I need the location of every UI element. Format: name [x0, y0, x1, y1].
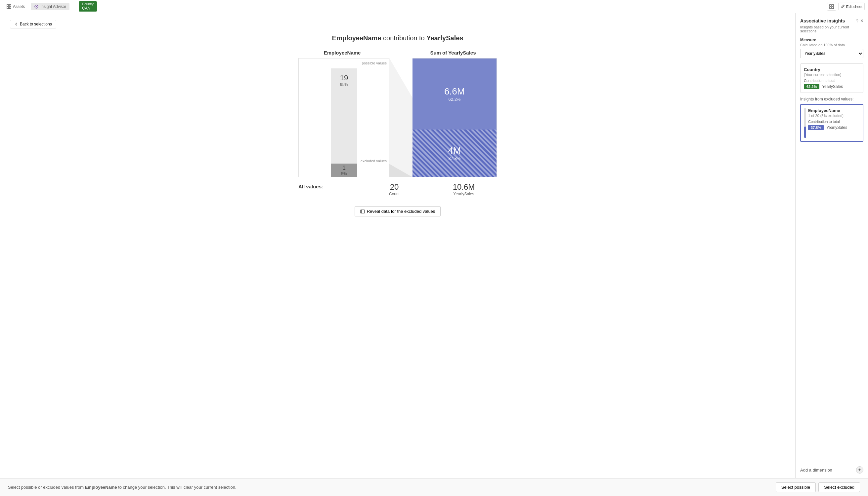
all-values-sales-label: YearlySales [431, 192, 497, 196]
employee-card-title: EmployeeName [808, 108, 847, 113]
possible-count: 19 [340, 74, 348, 82]
employee-card-measure: 37.8% YearlySales [808, 125, 847, 130]
employee-card: EmployeeName 1 of 20 (5% excluded) Contr… [800, 104, 863, 142]
right-chart-header: Sum of YearlySales [409, 50, 497, 56]
bottom-field-name: EmployeeName [85, 485, 117, 490]
possible-sales-pct: 62.2% [449, 97, 461, 102]
possible-sales: 6.6M [444, 86, 465, 97]
all-values-sales-num: 10.6M [431, 182, 497, 192]
svg-rect-5 [829, 5, 831, 6]
selection-area: Country CAN [79, 1, 97, 12]
middle-area [389, 58, 413, 177]
panel-close-button[interactable]: × [860, 18, 863, 24]
add-dimension-label: Add a dimension [800, 468, 832, 472]
selection-badge[interactable]: Country CAN [79, 1, 97, 12]
title-middle: contribution to [381, 34, 427, 42]
bottom-text-prefix: Select possible or excluded values from [8, 485, 85, 490]
all-values-count: 20 Count [361, 182, 428, 196]
back-button-label: Back to selections [20, 22, 52, 27]
svg-rect-11 [361, 210, 364, 213]
excluded-count: 1 [342, 165, 346, 171]
selection-value: CAN [82, 6, 90, 11]
measure-sub: Calculated on 100% of data [800, 43, 863, 47]
excluded-bar-fill [804, 127, 806, 138]
topbar-icons: Edit sheet [827, 3, 865, 11]
excluded-bar-indicator [804, 108, 806, 138]
country-badge: 62.2% [804, 84, 819, 89]
right-panel: Associative insights ? × Insights based … [795, 13, 868, 478]
bottom-bar: Select possible or excluded values from … [0, 478, 868, 496]
add-dimension-button[interactable]: + [856, 466, 863, 474]
left-chart: possible values 19 95% excluded values 1… [298, 58, 389, 177]
panel-subtitle: Insights based on your current selection… [800, 25, 863, 33]
panel-title-row: Associative insights ? × [800, 18, 863, 24]
country-card: Country (Your current selection) Contrib… [800, 63, 863, 93]
country-card-subtitle: (Your current selection) [804, 73, 860, 77]
svg-rect-7 [829, 7, 831, 9]
employee-card-subtitle: 1 of 20 (5% excluded) [808, 114, 847, 118]
employee-card-content: EmployeeName 1 of 20 (5% excluded) Contr… [808, 108, 847, 138]
excluded-sales-pct: 37.8% [449, 156, 461, 161]
chart-container: EmployeeName Sum of YearlySales possible… [10, 50, 785, 216]
measure-dropdown[interactable]: YearlySales [800, 49, 863, 58]
possible-values-label: possible values [362, 61, 387, 65]
panel-help-button[interactable]: ? [856, 18, 858, 24]
topbar: Assets Insight Advisor Country CAN Edit … [0, 0, 868, 13]
insight-advisor-tab[interactable]: Insight Advisor [31, 3, 70, 10]
svg-rect-2 [7, 7, 9, 9]
svg-rect-6 [832, 5, 834, 6]
edit-sheet-label: Edit sheet [846, 5, 863, 9]
main-content: Back to selections EmployeeName contribu… [0, 13, 795, 478]
left-chart-header: EmployeeName [298, 50, 386, 56]
svg-rect-3 [9, 7, 11, 9]
employee-measure: YearlySales [826, 125, 847, 130]
excluded-bar-left: 1 5% [331, 164, 357, 177]
country-measure: YearlySales [822, 84, 843, 89]
reveal-button-label: Reveal data for the excluded values [367, 209, 435, 214]
country-contrib-label: Contribution to total [804, 79, 860, 83]
right-bar-possible: 6.6M 62.2% [413, 59, 496, 129]
possible-pct: 95% [340, 82, 348, 87]
back-to-selections-button[interactable]: Back to selections [10, 20, 56, 28]
all-values-sales: 10.6M YearlySales [431, 182, 497, 196]
excluded-values-label: excluded values [361, 159, 387, 163]
edit-sheet-button[interactable]: Edit sheet [838, 3, 865, 10]
employee-badge: 37.8% [808, 125, 824, 130]
page-title: EmployeeName contribution to YearlySales [10, 34, 785, 42]
grid-view-button[interactable] [827, 3, 836, 11]
assets-label: Assets [13, 4, 25, 9]
layout: Back to selections EmployeeName contribu… [0, 13, 868, 478]
chart-body: possible values 19 95% excluded values 1… [298, 58, 497, 177]
insight-advisor-label: Insight Advisor [40, 4, 66, 9]
bottom-bar-text: Select possible or excluded values from … [8, 485, 770, 490]
all-values-row: All values: 20 Count 10.6M YearlySales [298, 182, 497, 196]
all-values-label: All values: [298, 184, 331, 189]
country-card-title: Country [804, 67, 860, 72]
svg-rect-0 [7, 5, 9, 6]
assets-tab[interactable]: Assets [3, 3, 28, 10]
svg-rect-1 [9, 5, 11, 6]
right-bar-excluded: 4M 37.8% [413, 129, 496, 177]
chart-headers: EmployeeName Sum of YearlySales [298, 50, 497, 56]
title-part1: EmployeeName [332, 34, 381, 42]
insights-excluded-title: Insights from excluded values: [800, 97, 863, 102]
svg-rect-8 [832, 7, 834, 9]
select-possible-label: Select possible [781, 485, 810, 490]
bottom-bar-actions: Select possible Select excluded [776, 482, 860, 492]
reveal-excluded-button[interactable]: Reveal data for the excluded values [355, 206, 441, 216]
panel-title-text: Associative insights [800, 18, 845, 24]
possible-bar: 19 95% [331, 68, 357, 164]
select-possible-button[interactable]: Select possible [776, 482, 816, 492]
bottom-text-suffix: to change your selection. This will clea… [117, 485, 237, 490]
country-card-measure: 62.2% YearlySales [804, 84, 860, 89]
select-excluded-button[interactable]: Select excluded [818, 482, 860, 492]
all-values-count-label: Count [361, 192, 428, 196]
excluded-pct: 5% [341, 171, 347, 176]
employee-contrib-label: Contribution to total [808, 120, 847, 124]
employee-card-inner: EmployeeName 1 of 20 (5% excluded) Contr… [804, 108, 859, 138]
add-dimension-row: Add a dimension + [800, 462, 863, 474]
measure-title: Measure [800, 38, 863, 42]
all-values-count-num: 20 [361, 182, 428, 192]
excluded-sales: 4M [448, 145, 461, 156]
select-excluded-label: Select excluded [824, 485, 854, 490]
